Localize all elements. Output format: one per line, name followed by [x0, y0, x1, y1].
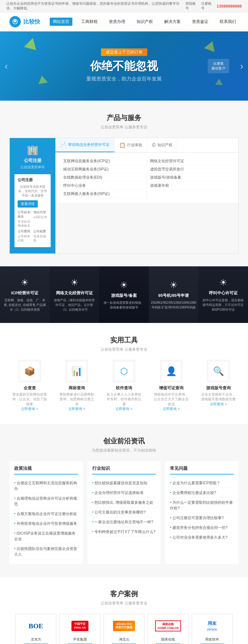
tool-enterprise-title: 企查查 — [11, 385, 48, 391]
nav-solution[interactable]: 解决方案 — [162, 18, 183, 26]
shape-4 — [215, 79, 223, 85]
news-link[interactable]: 公司主册后的注意事意有哪些? — [92, 509, 156, 515]
product-virtual[interactable]: 虚拟货币交易所发行 — [150, 165, 231, 174]
dark-item-icp[interactable]: ☀ ICP经营许可证 互联网、游戏、信息、广、衣着, 在线支付, 在线零售,产品… — [0, 266, 50, 323]
form-tax: 公司税费 登录后领取 — [33, 229, 48, 242]
tool-trademark-title: 商标查询 — [58, 385, 96, 391]
tool-trademark-icon-box: 📊 — [66, 360, 88, 382]
tool-enterprise: 📦 企查查 需全面的互联网信息查询，让企业、信息了如指掌 立即查询 > — [11, 360, 48, 411]
form-tax-label: 公司税费 — [33, 229, 48, 234]
news-link[interactable]: 企业费用程注册这多比较? — [170, 490, 234, 496]
product-isp[interactable]: 互联网接入服务业务(ISP证) — [63, 190, 144, 198]
form-address-value: ≥300元/年 — [33, 215, 48, 219]
news-link[interactable]: 一家企业注册地址和主营地不一样? — [92, 519, 156, 525]
tool-software-icon: ⬡ — [120, 366, 128, 376]
news-link[interactable]: 想比较快出, 增值获取最多服务之处 — [92, 500, 156, 505]
nav-contact[interactable]: 联系我们 — [217, 18, 239, 26]
banner-next[interactable]: › — [240, 61, 243, 71]
dark-item-game-content: ☀ 游戏版号/备案 游一款游戏需需要进到报批、游戏备案和游戏版号 — [99, 277, 149, 313]
tool-trademark-link[interactable]: 立即查询 > — [68, 407, 85, 411]
tool-game-query-icon: 🔍 — [213, 366, 224, 376]
dark-item-game-title: 游戏版号/备案 — [102, 293, 146, 298]
client-alibaba: alibaba Gro阿里巴巴集团 淘宝云 查看案例详情 — [104, 614, 144, 644]
product-culture[interactable]: 网络文化经营许可证 — [150, 157, 231, 165]
header: 比较快 网站首页 工商财税 资质办理 知识产权 解决方案 资质鉴证 联系我们 — [0, 12, 248, 31]
client-pingan-logo: 中国平安PING AN — [63, 617, 97, 635]
product-callcenter[interactable]: 呼叫中心业务 — [63, 182, 144, 190]
news-link[interactable]: 外商投资电信企业许可投资增值服务 — [14, 521, 78, 526]
product-sp[interactable]: 移动互联网服务业务(SP证) — [63, 165, 144, 174]
tool-software-link[interactable]: 立即查询 > — [116, 407, 132, 411]
tool-telecom-query: 👤 增值可证查询 增值电信许可证查询，让企业主大大了解企业状况 立即查询 > — [152, 360, 190, 411]
register-link[interactable]: 注册账号 — [201, 1, 212, 11]
nav-cert[interactable]: 资质鉴证 — [189, 18, 211, 26]
top-bar: 让创办企业的您再也不为资质证书的申请、增值等问题烦恼，您的最专业的资质证书办理机… — [0, 0, 248, 12]
dark-item-game[interactable]: ☀ 游戏版号/备案 游一款游戏需需要进到报批、游戏备案和游戏版号 — [99, 266, 149, 323]
news-link[interactable]: 想比较快提案建设你是否及知知 — [92, 480, 156, 486]
products-main: 📄 帮信电信业务经营许可证 📋 行业审批 © 知识产权 互联网信息服务业务(IC… — [55, 138, 238, 253]
product-icp[interactable]: 互联网信息服务业务(ICP证) — [63, 157, 144, 165]
tool-telecom-query-title: 增值可证查询 — [152, 385, 190, 391]
news-link[interactable]: 建筑劳务分包持有合规合同一些? — [170, 525, 234, 530]
tool-software-title: 软件查询 — [105, 385, 143, 391]
tool-enterprise-link[interactable]: 立即查询 > — [21, 407, 38, 411]
news-link[interactable]: 合规设立互联网和主流信息服务机构办 — [14, 480, 78, 491]
dark-item-95[interactable]: ☀ 95号机/95号申请 150/951/952/95/1060/1069/10… — [149, 266, 199, 323]
news-subtitle: 为您提供最新创业资讯，不为创业烦恼 — [9, 448, 239, 453]
product-game-copyright[interactable]: 游戏著作权 — [150, 182, 231, 190]
dark-item-callcenter-desc: 好中心许可证是指，适合基础级号码运营商，只不过许可证和SP/100许可证 — [201, 298, 245, 312]
tool-game-query-link[interactable]: 立即查询 > — [210, 402, 227, 406]
news-grid: 政策法规 合规设立互联网和主流信息服务机构办 合规理电信运营商业许可证分析和规范… — [9, 461, 239, 564]
tool-telecom-query-link[interactable]: 立即查询 > — [163, 407, 179, 411]
banner-tag: 比赛奖 最佳客户 — [208, 59, 229, 73]
banner-prev[interactable]: ‹ — [5, 61, 8, 71]
news-item: 合规方案电信企业许可证注册分析处 — [14, 509, 78, 519]
news-link[interactable]: 比较快团队综合与案例完善企业资质大人 — [14, 546, 78, 557]
product-edi[interactable]: 在线数据处理业务(EDI) — [63, 174, 144, 182]
news-item: 合规理电信运营商业许可证分析和规范 — [14, 494, 78, 509]
news-item: 企业为什么要需要ICP照呢？ — [170, 478, 234, 488]
sidebar-icon: 🏢 — [27, 144, 38, 155]
client-alibaba-name: 淘宝云 — [107, 637, 141, 642]
nav-ip[interactable]: 知识产权 — [134, 18, 155, 26]
dark-item-culture[interactable]: ☀ 网络文化经营许可证 游戏产品（请到当前版本经营许可证、知识产品、云计算（1）… — [50, 266, 99, 323]
news-link[interactable]: 企业办理经营许可证选择标准 — [92, 490, 156, 496]
nav-business[interactable]: 工商财税 — [79, 18, 100, 26]
news-item: 为什么一定要需取到比较快的软件著作权? — [170, 498, 234, 513]
news-link[interactable]: 合规方案电信企业许可证注册分析处 — [14, 511, 78, 517]
detail-button[interactable]: 查看详情 — [18, 200, 38, 208]
tool-telecom-query-icon-box: 👤 — [160, 360, 182, 382]
tool-trademark-icon: 📊 — [71, 366, 82, 376]
client-guomei-name: 国美在线 — [151, 637, 185, 642]
tab-telecom[interactable]: 📄 帮信电信业务经营许可证 — [55, 138, 115, 152]
nav-qualification[interactable]: 资质办理 — [106, 18, 128, 26]
news-link[interactable]: 合规理电信运营商业许可证分析和规范 — [14, 496, 78, 507]
dark-item-callcenter[interactable]: ☀ 呼叫中心许可证 好中心许可证是指，适合基础级号码运营商，只不过许可证和SP/… — [198, 266, 248, 323]
tab-ip[interactable]: © 知识产权 — [147, 138, 178, 152]
product-game-number[interactable]: 游戏版号/游戏备案 — [150, 174, 231, 182]
news-link[interactable]: IDC/ISP业务设立合规设置增值服务企业 — [14, 530, 78, 542]
client-yonyou: 用友yonyou 用友软件 查看案例详情 — [192, 614, 233, 644]
logo-text: 比较快 — [23, 18, 40, 25]
products-grid: 🏢 公司注册 让创业更简单布 公司注册 比较快专业技术团队，全程代办、证书手续一… — [9, 138, 239, 254]
news-link[interactable]: 企业为什么要需要ICP照呢？ — [170, 480, 234, 486]
news-link[interactable]: 专利种类超过不打3了了年限么什么? — [92, 529, 156, 535]
shape-3 — [204, 39, 218, 52]
dark-item-callcenter-content: ☀ 呼叫中心许可证 好中心许可证是指，适合基础级号码运营商，只不过许可证和SP/… — [198, 274, 248, 315]
news-link[interactable]: 为什么一定要需取到比较快的软件著作权? — [170, 500, 234, 511]
client-boe-name: 京东方 — [19, 637, 53, 642]
form-cost-value: 公司财务代账 — [18, 234, 32, 242]
client-boe: BOE 京东方 查看案例详情 — [15, 614, 56, 644]
alibaba-logo-text: alibaba Gro阿里巴巴集团 — [113, 621, 135, 631]
tab-telecom-icon: 📄 — [60, 142, 66, 148]
login-link[interactable]: 登陆账号 — [185, 1, 196, 11]
products-title: 产品与服务 — [9, 113, 239, 123]
tool-telecom-query-icon: 👤 — [166, 366, 177, 376]
news-item: 想比较快出, 增值获取最多服务之处 — [92, 498, 156, 508]
nav-home[interactable]: 网站首页 — [50, 18, 72, 26]
news-col-policy: 政策法规 合规设立互联网和主流信息服务机构办 合规理电信运营商业许可证分析和规范… — [9, 461, 83, 564]
news-link[interactable]: 公司注册后可需要办理比较事? — [170, 515, 234, 521]
form-address: 地址代登 ≥300元/年 — [33, 210, 48, 228]
tab-industry[interactable]: 📋 行业审批 — [115, 138, 147, 152]
news-link[interactable]: 公司对业业务需要使用多久多大? — [170, 535, 234, 540]
